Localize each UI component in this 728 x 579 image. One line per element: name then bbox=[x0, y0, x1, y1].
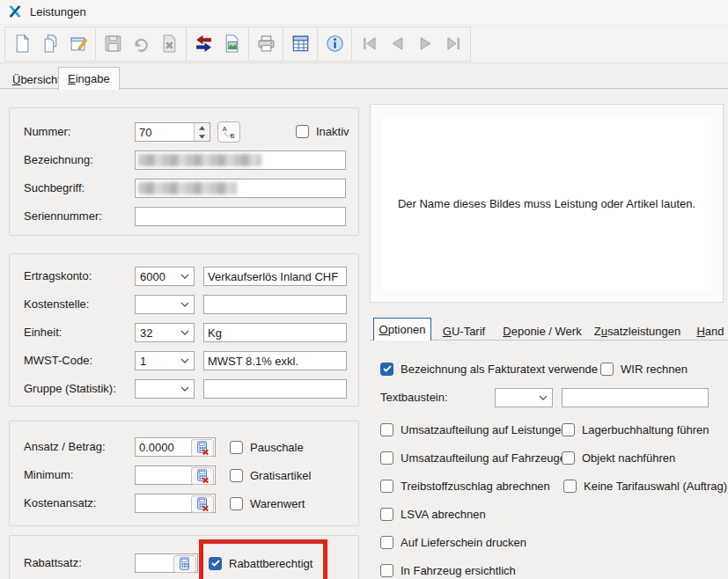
new-document-button[interactable] bbox=[8, 30, 36, 58]
gruppe-text-input[interactable] bbox=[203, 379, 347, 399]
tab-uebersicht-label: Übersicht bbox=[12, 73, 61, 86]
checkbox-treibstoffzuschlag[interactable]: Treibstoffzuschlag abrechnen bbox=[380, 479, 550, 493]
checkbox-pauschale[interactable]: Pauschale bbox=[230, 440, 304, 454]
checkbox-gratisartikel[interactable]: Gratisartikel bbox=[230, 468, 311, 482]
edit-button[interactable] bbox=[64, 30, 92, 58]
fakturatext-checkbox-box[interactable] bbox=[380, 363, 393, 376]
group-discount: Rabattsatz: Rabattberechtigt bbox=[9, 535, 359, 579]
ertragskonto-text-input[interactable] bbox=[203, 267, 347, 286]
nav-first-button[interactable] bbox=[355, 30, 383, 58]
seriennummer-label: Seriennummer: bbox=[24, 207, 102, 226]
ertragskonto-dropdown[interactable]: 6000 bbox=[135, 267, 195, 286]
einheit-dropdown[interactable]: 32 bbox=[135, 323, 195, 342]
save-button[interactable] bbox=[99, 30, 127, 58]
chevron-down-icon bbox=[180, 330, 189, 335]
gratisartikel-checkbox-box[interactable] bbox=[230, 469, 243, 482]
checkbox-wir-rechnen[interactable]: WIR rechnen bbox=[600, 362, 688, 376]
chevron-down-icon bbox=[180, 358, 189, 363]
toolbar-group-transfer bbox=[186, 26, 249, 62]
renumber-button[interactable]: A B bbox=[217, 121, 240, 143]
kostenansatz-clear-calc-button[interactable] bbox=[191, 495, 214, 513]
checkbox-warenwert[interactable]: Warenwert bbox=[230, 496, 305, 510]
rabattberechtigt-checkbox-box[interactable] bbox=[209, 557, 222, 570]
tab-deponie-werk[interactable]: Deponie / Werk bbox=[498, 322, 586, 340]
wir-checkbox-box[interactable] bbox=[600, 363, 614, 376]
spin-up-icon bbox=[199, 126, 205, 130]
copy-button[interactable] bbox=[36, 30, 64, 58]
nav-next-button[interactable] bbox=[411, 30, 439, 58]
undo-button[interactable] bbox=[127, 30, 155, 58]
objekt-nachfuehren-checkbox-box[interactable] bbox=[562, 451, 575, 465]
chevron-down-icon bbox=[180, 386, 189, 392]
keine-tarifauswahl-checkbox-box[interactable] bbox=[563, 480, 577, 493]
chevron-down-icon bbox=[180, 274, 189, 279]
ansatz-clear-calc-button[interactable] bbox=[191, 439, 214, 457]
checkbox-objekt-nachfuehren[interactable]: Objekt nachführen bbox=[562, 451, 675, 465]
textbaustein-dropdown[interactable] bbox=[495, 388, 553, 407]
tab-zusatzleistungen[interactable]: Zusatzleistungen bbox=[590, 322, 685, 340]
tab-gu-tarif[interactable]: GU-Tarif bbox=[435, 322, 493, 340]
kostenstelle-label: Kostenstelle: bbox=[24, 295, 89, 314]
swap-arrows-button[interactable] bbox=[189, 30, 217, 58]
lieferschein-checkbox-box[interactable] bbox=[380, 536, 393, 549]
spin-down-button[interactable] bbox=[195, 132, 210, 141]
checkbox-fahrzeug-ersichtlich[interactable]: In Fahrzeug ersichtlich bbox=[380, 563, 516, 577]
checkbox-rabattberechtigt[interactable]: Rabattberechtigt bbox=[209, 556, 313, 570]
warenwert-label: Warenwert bbox=[250, 497, 305, 510]
checkbox-lieferschein[interactable]: Auf Lieferschein drucken bbox=[380, 535, 526, 549]
nav-last-button[interactable] bbox=[439, 30, 467, 58]
suchbegriff-input[interactable] bbox=[135, 179, 346, 198]
warenwert-checkbox-box[interactable] bbox=[230, 497, 243, 510]
spin-up-button[interactable] bbox=[195, 123, 210, 132]
delete-button[interactable] bbox=[155, 30, 183, 58]
image-export-button[interactable] bbox=[217, 30, 246, 58]
checkbox-lagerbuchhaltung[interactable]: Lagerbuchhaltung führen bbox=[562, 422, 710, 436]
tab-hand[interactable]: Hand bbox=[688, 322, 728, 340]
gruppe-dropdown[interactable] bbox=[135, 379, 195, 399]
minimum-clear-calc-button[interactable] bbox=[191, 467, 214, 485]
checkbox-umsatz-leistungen[interactable]: Umsatzaufteilung auf Leistungen bbox=[380, 422, 567, 436]
checkbox-umsatz-fahrzeuge[interactable]: Umsatzaufteilung auf Fahrzeuge bbox=[380, 451, 566, 465]
lsva-checkbox-box[interactable] bbox=[380, 508, 393, 521]
fahrzeug-ersichtlich-checkbox-box[interactable] bbox=[380, 564, 393, 577]
nav-previous-button[interactable] bbox=[383, 30, 411, 58]
info-button[interactable] bbox=[320, 30, 349, 58]
lagerbuchhaltung-checkbox-box[interactable] bbox=[562, 423, 575, 436]
inaktiv-checkbox-box[interactable] bbox=[296, 125, 309, 138]
nummer-label: Nummer: bbox=[24, 122, 70, 142]
checkbox-inaktiv[interactable]: Inaktiv bbox=[296, 124, 349, 138]
fakturatext-label: Bezeichnung als Fakturatext verwende bbox=[401, 363, 598, 376]
mwst-text-input[interactable] bbox=[203, 351, 347, 370]
umsatz-leistungen-checkbox-box[interactable] bbox=[380, 423, 393, 436]
seriennummer-input[interactable] bbox=[135, 207, 346, 226]
group-identification: Nummer: A B Inaktiv Bezeichnung: Suchbeg… bbox=[9, 107, 359, 236]
kostenstelle-text-input[interactable] bbox=[203, 295, 347, 314]
tab-eingabe[interactable]: Eingabe bbox=[58, 67, 120, 90]
chevron-down-icon bbox=[180, 302, 189, 307]
einheit-text-input[interactable] bbox=[203, 323, 347, 342]
calculator-icon bbox=[178, 557, 192, 571]
gratisartikel-label: Gratisartikel bbox=[250, 469, 311, 482]
checkbox-fakturatext[interactable]: Bezeichnung als Fakturatext verwende bbox=[380, 362, 598, 376]
kostenstelle-dropdown[interactable] bbox=[135, 295, 195, 314]
delete-icon bbox=[160, 34, 179, 53]
kostenansatz-label: Kostenansatz: bbox=[24, 494, 96, 513]
mwst-code-dropdown[interactable]: 1 bbox=[135, 351, 195, 370]
tab-eingabe-label: Eingabe bbox=[68, 72, 110, 85]
pauschale-checkbox-box[interactable] bbox=[230, 441, 243, 454]
leistungen-window: { "window": { "title": "Leistungen", "ic… bbox=[0, 0, 728, 579]
print-button[interactable] bbox=[252, 30, 280, 58]
edit-icon bbox=[70, 34, 88, 53]
redacted-text bbox=[138, 182, 237, 194]
rabattsatz-calc-button[interactable] bbox=[173, 555, 196, 573]
treibstoffzuschlag-checkbox-box[interactable] bbox=[380, 480, 393, 493]
report-table-button[interactable] bbox=[286, 30, 314, 58]
calculator-clear-icon bbox=[195, 441, 210, 455]
bezeichnung-input[interactable] bbox=[135, 150, 346, 170]
checkbox-keine-tarifauswahl[interactable]: Keine Tarifauswahl (Auftrag) bbox=[563, 479, 727, 493]
checkbox-lsva[interactable]: LSVA abrechnen bbox=[380, 507, 486, 521]
swap-arrows-icon bbox=[195, 34, 213, 53]
textbaustein-text-input[interactable] bbox=[562, 388, 709, 407]
umsatz-fahrzeuge-checkbox-box[interactable] bbox=[380, 451, 393, 465]
tab-optionen[interactable]: Optionen bbox=[373, 318, 431, 341]
